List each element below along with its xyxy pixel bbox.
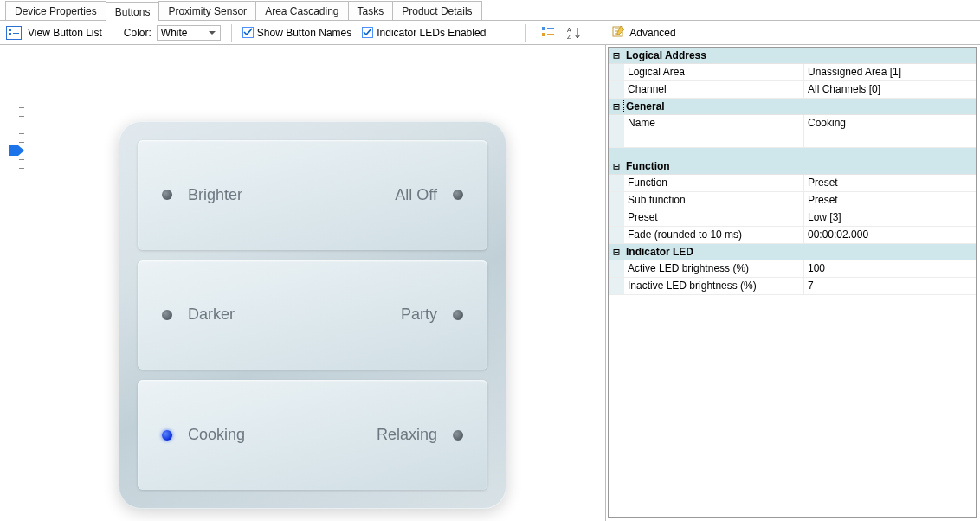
property-name: Inactive LED brightness (%) [624,278,804,294]
led-icon [162,310,172,320]
view-button-list-icon[interactable] [5,25,23,41]
show-button-names-checkbox[interactable]: Show Button Names [242,27,351,39]
property-row[interactable]: Name Cooking [609,115,976,148]
device-preview-pane: Brighter All Off Darker Party [0,45,606,521]
svg-rect-2 [13,29,19,29]
button-cooking[interactable]: Cooking [162,426,245,444]
button-label: All Off [395,186,437,204]
spacer [609,148,976,158]
tab-product-details[interactable]: Product Details [392,1,481,20]
tab-strip: Device Properties Buttons Proximity Sens… [0,0,980,21]
tab-area-cascading[interactable]: Area Cascading [255,1,348,20]
tab-proximity-sensor[interactable]: Proximity Sensor [158,1,256,20]
advanced-icon [612,24,626,41]
indicator-leds-checkbox[interactable]: Indicator LEDs Enabled [362,27,486,39]
property-value[interactable]: Preset [804,175,976,191]
property-name: Preset [624,209,804,226]
property-value[interactable]: 7 [804,278,976,294]
property-row[interactable]: Logical Area Unassigned Area [1] [609,64,976,81]
button-label: Darker [188,306,235,324]
button-row-1: Brighter All Off [138,140,487,250]
indicator-leds-label: Indicator LEDs Enabled [377,27,486,39]
button-label: Cooking [188,426,245,444]
led-icon [162,430,172,441]
separator [596,24,596,42]
svg-text:Z: Z [567,34,571,40]
view-button-list-label[interactable]: View Button List [28,27,102,39]
button-relaxing[interactable]: Relaxing [377,426,463,444]
property-category[interactable]: ⊟ Logical Address [609,48,976,64]
property-row[interactable]: Fade (rounded to 10 ms) 00:00:02.000 [609,227,976,244]
property-value[interactable]: 00:00:02.000 [804,227,976,243]
property-row[interactable]: Preset Low [3] [609,209,976,227]
collapse-icon[interactable]: ⊟ [609,246,624,258]
tab-device-properties[interactable]: Device Properties [5,1,106,20]
category-label: Logical Address [624,49,706,61]
button-party[interactable]: Party [401,306,463,324]
led-icon [453,310,463,320]
property-value[interactable]: 100 [804,260,976,277]
property-name: Logical Area [624,64,804,80]
property-value[interactable]: Cooking [804,115,976,147]
property-name: Sub function [624,192,804,209]
button-brighter[interactable]: Brighter [162,186,242,204]
led-icon [162,190,172,200]
categorized-sort-icon[interactable] [538,23,558,42]
property-name: Name [624,115,804,147]
property-value[interactable]: Low [3] [804,209,976,226]
color-select-value: White [161,27,188,39]
property-category[interactable]: ⊟ General [609,99,976,115]
property-category[interactable]: ⊟ Function [609,158,976,175]
color-select[interactable]: White [157,25,221,41]
property-category[interactable]: ⊟ Indicator LED [609,244,976,260]
svg-rect-3 [9,33,11,35]
separator [525,24,526,42]
separator [231,24,232,42]
property-row[interactable]: Channel All Channels [0] [609,81,976,99]
collapse-icon[interactable]: ⊟ [609,160,624,172]
property-row[interactable]: Active LED brightness (%) 100 [609,260,976,278]
led-icon [453,430,463,441]
property-value[interactable]: All Channels [0] [804,81,976,98]
collapse-icon[interactable]: ⊟ [609,100,624,113]
property-value[interactable]: Unassigned Area [1] [804,64,976,80]
category-label: Indicator LED [624,246,693,258]
property-grid: ⊟ Logical Address Logical Area Unassigne… [608,47,977,518]
svg-text:A: A [567,27,571,33]
alpha-sort-icon[interactable]: A Z [564,23,583,42]
separator [113,24,113,42]
button-label: Party [401,306,437,324]
property-name: Fade (rounded to 10 ms) [624,227,804,243]
svg-rect-7 [542,33,545,36]
toolbar: View Button List Color: White Show Butto… [0,21,980,45]
property-row[interactable]: Sub function Preset [609,192,976,209]
property-name: Active LED brightness (%) [624,260,804,277]
button-all-off[interactable]: All Off [395,186,463,204]
collapse-icon[interactable]: ⊟ [609,49,624,61]
tab-buttons[interactable]: Buttons [106,2,160,21]
device-faceplate: Brighter All Off Darker Party [119,121,506,509]
brightness-slider[interactable] [9,107,29,203]
svg-rect-4 [13,33,19,34]
category-label: General [624,100,667,113]
advanced-button[interactable]: Advanced [609,23,679,42]
slider-thumb-icon[interactable] [9,145,24,156]
property-value[interactable]: Preset [804,192,976,209]
property-row[interactable]: Function Preset [609,175,976,192]
property-name: Channel [624,81,804,98]
checkbox-icon [362,27,373,38]
checkbox-icon [242,27,254,38]
advanced-label: Advanced [629,27,675,39]
led-icon [453,190,463,200]
svg-rect-1 [9,29,11,31]
property-row[interactable]: Inactive LED brightness (%) 7 [609,278,976,295]
tab-tasks[interactable]: Tasks [348,1,394,20]
button-label: Relaxing [377,426,437,444]
svg-rect-5 [542,27,545,30]
svg-rect-8 [547,34,554,35]
button-row-3: Cooking Relaxing [138,380,487,490]
category-label: Function [624,160,670,172]
svg-rect-6 [547,28,554,29]
button-darker[interactable]: Darker [162,306,235,324]
show-button-names-label: Show Button Names [257,27,351,39]
